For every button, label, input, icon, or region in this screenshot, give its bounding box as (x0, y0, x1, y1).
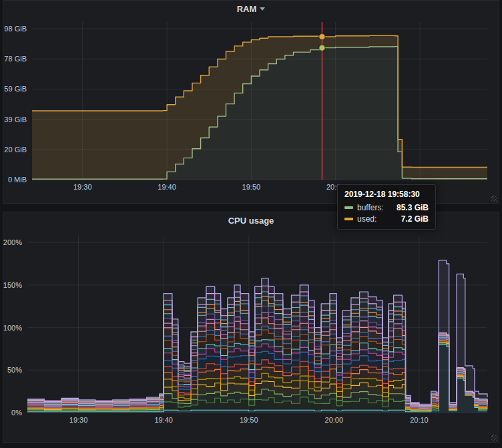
axis-label-y: 78 GiB (4, 55, 27, 63)
axis-label-y: 100% (3, 324, 22, 332)
cursor-dot (319, 45, 325, 51)
axis-label-y: 0% (11, 409, 22, 417)
axis-label-y: 20 GiB (4, 146, 27, 154)
axis-label-y: 50% (7, 366, 22, 374)
caret-down-icon[interactable] (260, 7, 265, 11)
ram-panel-title-text: RAM (237, 4, 257, 14)
tooltip-value: 7.2 GiB (395, 214, 429, 224)
axis-label-y: 0 MiB (8, 176, 27, 184)
axis-label-x: 20:10 (410, 416, 429, 424)
ram-panel-title[interactable]: RAM (3, 4, 499, 14)
cpu-chart[interactable]: 0%50%100%150%200%19:3019:4019:5020:0020:… (3, 212, 499, 442)
tooltip-row-buffers: buffers: 85.3 GiB (344, 203, 429, 212)
tooltip-label: used: (357, 214, 376, 224)
cpu-panel-title-text: CPU usage (228, 216, 274, 226)
axis-label-y: 59 GiB (4, 85, 27, 93)
axis-label-y: 150% (3, 281, 22, 289)
ram-panel: RAM 0 MiB20 GiB39 GiB59 GiB78 GiB98 GiB1… (3, 0, 499, 204)
axis-label-x: 19:40 (158, 183, 176, 191)
cursor-dot (319, 33, 325, 39)
axis-label-x: 19:50 (242, 183, 261, 191)
axis-label-x: 19:50 (240, 416, 258, 424)
axis-label-x: 19:30 (73, 183, 92, 191)
panel-resize-handle[interactable] (491, 196, 497, 202)
axis-label-x: 20:00 (325, 416, 344, 424)
grafana-dashboard: { "page": { "bg": "#131416", "panel_bg":… (0, 0, 502, 448)
tooltip-timestamp: 2019-12-18 19:58:30 (344, 190, 429, 199)
series-color-dash (344, 218, 353, 220)
panel-resize-handle[interactable] (491, 435, 497, 441)
tooltip-label: buffers: (357, 203, 384, 212)
ram-chart[interactable]: 0 MiB20 GiB39 GiB59 GiB78 GiB98 GiB19:30… (3, 1, 499, 203)
axis-label-x: 19:40 (154, 416, 173, 424)
series-color-dash (344, 206, 353, 209)
tooltip: 2019-12-18 19:58:30 buffers: 85.3 GiB us… (337, 184, 436, 230)
cpu-panel: CPU usage 0%50%100%150%200%19:3019:4019:… (3, 212, 499, 443)
tooltip-row-used: used: 7.2 GiB (344, 214, 429, 224)
tooltip-value: 85.3 GiB (390, 203, 429, 212)
axis-label-y: 39 GiB (4, 116, 27, 124)
axis-label-y: 200% (3, 238, 22, 246)
axis-label-y: 98 GiB (4, 25, 27, 33)
axis-label-x: 19:30 (69, 416, 88, 424)
